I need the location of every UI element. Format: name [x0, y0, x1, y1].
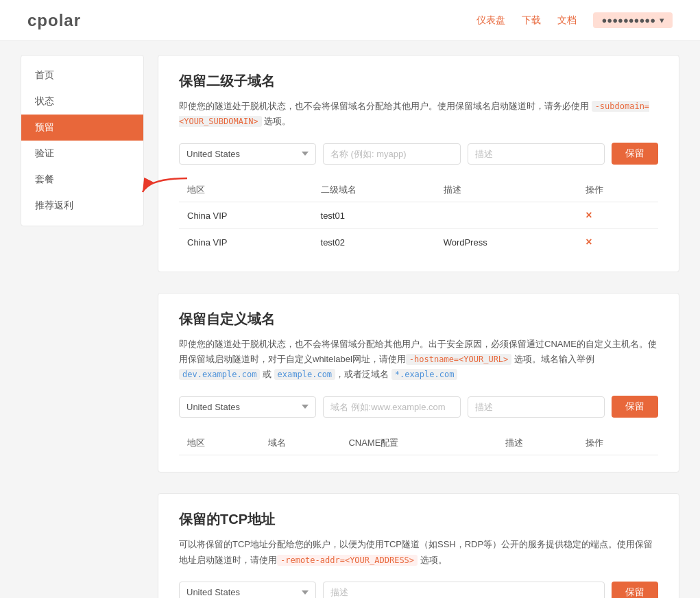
sidebar-item-reserve[interactable]: 预留 — [21, 115, 143, 141]
row-desc: WordPress — [435, 229, 578, 256]
logo: cpolar — [27, 11, 81, 30]
sidebar-item-referral[interactable]: 推荐返利 — [21, 193, 143, 219]
subdomain-desc-text2: 选项。 — [264, 116, 291, 126]
tcp-desc: 可以将保留的TCP地址分配给您的账户，以便为使用TCP隧道（如SSH，RDP等）… — [179, 537, 658, 567]
subdomain-col-region: 地区 — [179, 178, 313, 202]
row-region: China VIP — [179, 229, 313, 256]
custom-domain-input[interactable] — [323, 396, 461, 418]
custom-domain-desc-input[interactable] — [468, 396, 605, 418]
main-layout: 首页 状态 预留 验证 套餐 推荐返利 保留二级子域名 即使您的隧道处于脱机状态… — [0, 41, 700, 598]
tcp-title: 保留的TCP地址 — [179, 510, 658, 529]
row-subdomain: test02 — [313, 229, 435, 256]
subdomain-col-subdomain: 二级域名 — [313, 178, 435, 202]
custom-desc-text3: 或 — [260, 369, 274, 379]
tcp-code: -remote-addr=<YOUR_ADDRESS> — [277, 555, 418, 566]
custom-domain-table: 地区 域名 CNAME配置 描述 操作 — [179, 431, 658, 455]
custom-domain-form-row: United States China VIP 保留 — [179, 396, 658, 418]
tcp-region-select[interactable]: United States China VIP — [179, 582, 316, 598]
custom-desc-text2: 选项。域名输入举例 — [511, 354, 594, 364]
nav-dashboard[interactable]: 仪表盘 — [476, 14, 505, 27]
delete-button[interactable]: × — [586, 236, 592, 248]
custom-col-domain: 域名 — [260, 431, 341, 455]
subdomain-form-row: United States China VIP 保留 — [179, 143, 658, 165]
tcp-desc-input[interactable] — [323, 582, 605, 598]
content: 保留二级子域名 即使您的隧道处于脱机状态，也不会将保留域名分配给其他用户。使用保… — [158, 55, 679, 598]
subdomain-desc-input[interactable] — [468, 143, 605, 165]
custom-code3: example.com — [274, 369, 335, 380]
sidebar-item-home[interactable]: 首页 — [21, 62, 143, 88]
subdomain-title: 保留二级子域名 — [179, 72, 658, 91]
header: cpolar 仪表盘 下载 文档 ●●●●●●●●●● ▾ — [0, 0, 700, 41]
subdomain-desc-text1: 即使您的隧道处于脱机状态，也不会将保留域名分配给其他用户。使用保留域名启动隧道时… — [179, 101, 589, 111]
custom-col-cname: CNAME配置 — [340, 431, 496, 455]
user-dropdown[interactable]: ●●●●●●●●●● ▾ — [593, 12, 673, 28]
custom-domain-region-select[interactable]: United States China VIP — [179, 396, 316, 418]
dropdown-chevron-icon: ▾ — [660, 15, 664, 25]
table-row: China VIP test01 × — [179, 202, 658, 229]
nav-docs[interactable]: 文档 — [557, 14, 577, 27]
header-nav: 仪表盘 下载 文档 ●●●●●●●●●● ▾ — [476, 12, 673, 28]
custom-domain-title: 保留自定义域名 — [179, 310, 658, 328]
delete-button[interactable]: × — [586, 209, 592, 221]
table-row: China VIP test02 WordPress × — [179, 229, 658, 256]
section-tcp: 保留的TCP地址 可以将保留的TCP地址分配给您的账户，以便为使用TCP隧道（如… — [158, 493, 679, 598]
tcp-form-row: United States China VIP 保留 — [179, 582, 658, 598]
row-subdomain: test01 — [313, 202, 435, 229]
custom-col-action: 操作 — [577, 431, 658, 455]
subdomain-name-input[interactable] — [323, 143, 461, 165]
custom-code1: -hostname=<YOUR_URL> — [406, 354, 512, 365]
subdomain-table: 地区 二级域名 描述 操作 China VIP test01 × China V… — [179, 178, 658, 255]
section-subdomain: 保留二级子域名 即使您的隧道处于脱机状态，也不会将保留域名分配给其他用户。使用保… — [158, 55, 679, 272]
sidebar: 首页 状态 预留 验证 套餐 推荐返利 — [21, 55, 144, 226]
custom-domain-desc: 即使您的隧道处于脱机状态，也不会将保留域分配给其他用户。出于安全原因，必须保留通… — [179, 337, 658, 382]
subdomain-col-desc: 描述 — [435, 178, 578, 202]
tcp-desc-text2: 选项。 — [418, 555, 447, 565]
sidebar-item-auth[interactable]: 验证 — [21, 141, 143, 167]
custom-col-region: 地区 — [179, 431, 260, 455]
sidebar-item-status[interactable]: 状态 — [21, 88, 143, 115]
subdomain-save-button[interactable]: 保留 — [612, 143, 658, 165]
subdomain-col-action: 操作 — [577, 178, 658, 202]
tcp-save-button[interactable]: 保留 — [612, 582, 658, 598]
sidebar-wrapper: 首页 状态 预留 验证 套餐 推荐返利 — [21, 55, 144, 598]
user-name: ●●●●●●●●●● — [601, 15, 655, 25]
subdomain-region-select[interactable]: United States China VIP — [179, 143, 316, 165]
custom-domain-save-button[interactable]: 保留 — [612, 396, 658, 418]
row-region: China VIP — [179, 202, 313, 229]
custom-code2: dev.example.com — [179, 369, 260, 380]
custom-desc-text4: ，或者泛域名 — [335, 369, 391, 379]
nav-download[interactable]: 下载 — [522, 14, 541, 27]
subdomain-desc: 即使您的隧道处于脱机状态，也不会将保留域名分配给其他用户。使用保留域名启动隧道时… — [179, 99, 658, 129]
custom-code4: *.exaple.com — [391, 369, 458, 380]
row-desc — [435, 202, 578, 229]
sidebar-item-package[interactable]: 套餐 — [21, 167, 143, 193]
custom-col-desc: 描述 — [497, 431, 578, 455]
section-custom-domain: 保留自定义域名 即使您的隧道处于脱机状态，也不会将保留域分配给其他用户。出于安全… — [158, 293, 679, 473]
